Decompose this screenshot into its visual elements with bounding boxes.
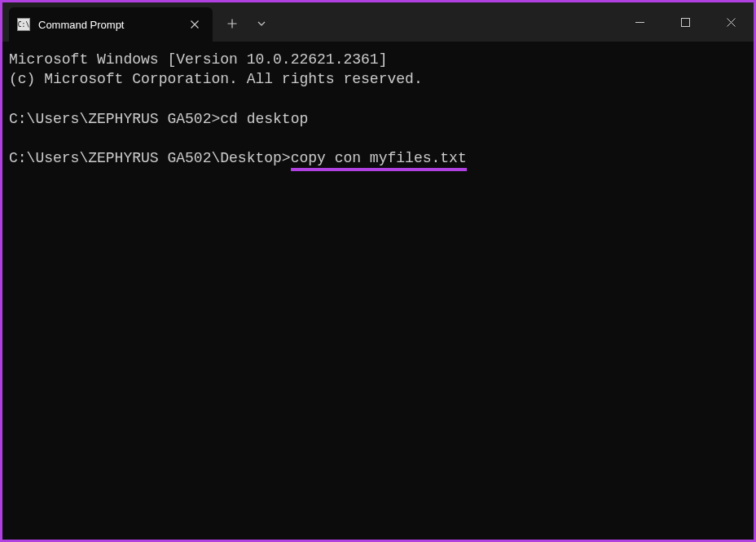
tab-dropdown-button[interactable] [247, 9, 276, 38]
prompt-2: C:\Users\ZEPHYRUS GA502\Desktop> [9, 150, 291, 166]
command-1: cd desktop [220, 111, 308, 127]
header-line-1: Microsoft Windows [Version 10.0.22621.23… [9, 51, 387, 68]
tab-command-prompt[interactable]: C:\ Command Prompt [9, 7, 213, 42]
tab-title: Command Prompt [38, 19, 178, 31]
new-tab-button[interactable] [218, 9, 247, 38]
prompt-1: C:\Users\ZEPHYRUS GA502> [9, 111, 220, 127]
close-icon [191, 20, 199, 29]
titlebar-spacer [276, 2, 617, 42]
maximize-icon [681, 18, 690, 27]
terminal-body[interactable]: Microsoft Windows [Version 10.0.22621.23… [2, 42, 754, 540]
svg-rect-0 [681, 18, 689, 26]
minimize-icon [635, 18, 644, 27]
header-line-2: (c) Microsoft Corporation. All rights re… [9, 71, 423, 87]
maximize-button[interactable] [662, 2, 708, 42]
titlebar: C:\ Command Prompt [2, 2, 754, 42]
chevron-down-icon [257, 19, 266, 29]
minimize-button[interactable] [617, 2, 662, 42]
window-controls [617, 2, 754, 42]
close-tab-button[interactable] [187, 16, 203, 33]
command-2: copy con myfiles.txt [291, 150, 467, 171]
cmd-icon: C:\ [17, 18, 30, 31]
close-icon [727, 18, 736, 27]
tab-actions [218, 6, 276, 42]
plus-icon [227, 19, 237, 29]
close-window-button[interactable] [708, 2, 754, 42]
